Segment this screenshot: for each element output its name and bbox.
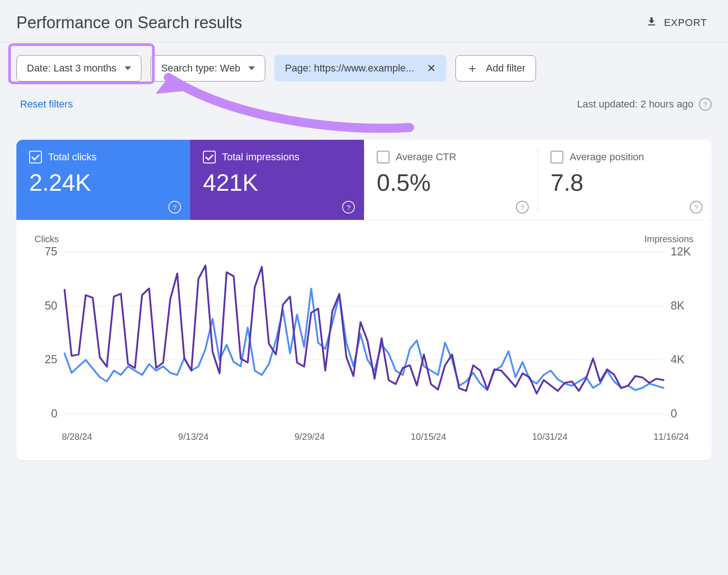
x-tick: 10/31/24 <box>532 432 567 442</box>
metric-value: 0.5% <box>377 170 525 196</box>
sub-row: Reset filters Last updated: 2 hours ago … <box>0 81 728 111</box>
metric-label: Average CTR <box>396 151 456 163</box>
metric-tile-position[interactable]: Average position 7.8 ? <box>538 140 712 220</box>
add-filter-label: Add filter <box>486 62 526 74</box>
svg-text:0: 0 <box>671 407 677 420</box>
last-updated: Last updated: 2 hours ago ? <box>577 98 712 111</box>
metric-label: Total impressions <box>222 151 299 163</box>
svg-text:12K: 12K <box>671 245 691 258</box>
metric-tile-ctr[interactable]: Average CTR 0.5% ? <box>364 140 538 220</box>
page-header: Performance on Search results EXPORT <box>0 0 728 42</box>
export-button[interactable]: EXPORT <box>641 13 712 33</box>
metric-value: 7.8 <box>551 170 699 196</box>
filter-bar: Date: Last 3 months Search type: Web Pag… <box>0 42 728 81</box>
metric-value: 421K <box>203 170 351 196</box>
filter-search-type-label: Search type: Web <box>161 62 240 74</box>
metric-tile-impressions[interactable]: Total impressions 421K ? <box>190 140 364 220</box>
checkbox-icon <box>203 151 216 163</box>
svg-text:75: 75 <box>45 245 57 258</box>
performance-card: Total clicks 2.24K ? Total impressions 4… <box>16 140 712 460</box>
plus-icon: ＋ <box>466 62 479 75</box>
svg-text:25: 25 <box>45 353 57 366</box>
last-updated-label: Last updated: 2 hours ago <box>577 98 693 110</box>
page-title: Performance on Search results <box>16 13 242 32</box>
x-tick: 8/28/24 <box>62 432 92 442</box>
filter-date[interactable]: Date: Last 3 months <box>16 55 142 81</box>
x-tick: 11/16/24 <box>653 432 689 442</box>
checkbox-icon <box>29 151 42 163</box>
axis-title-left: Clicks <box>35 234 59 244</box>
chart-area: Clicks Impressions 025507504K8K12K 8/28/… <box>16 220 712 460</box>
metric-label: Total clicks <box>48 151 96 163</box>
chevron-down-icon <box>248 62 255 74</box>
metric-value: 2.24K <box>29 170 177 196</box>
close-icon[interactable]: ✕ <box>427 63 436 74</box>
help-icon[interactable]: ? <box>690 201 703 214</box>
filter-page[interactable]: Page: https://www.example... ✕ <box>274 55 446 81</box>
x-tick: 10/15/24 <box>411 432 446 442</box>
checkbox-icon <box>377 151 389 163</box>
help-icon[interactable]: ? <box>516 201 529 214</box>
metric-label: Average position <box>570 151 644 163</box>
metric-tiles: Total clicks 2.24K ? Total impressions 4… <box>16 140 712 220</box>
x-tick: 9/13/24 <box>178 432 209 442</box>
svg-text:8K: 8K <box>671 299 685 312</box>
checkbox-icon <box>551 151 563 163</box>
chevron-down-icon <box>125 62 131 74</box>
reset-filters-link[interactable]: Reset filters <box>20 98 73 110</box>
metric-tile-clicks[interactable]: Total clicks 2.24K ? <box>16 140 190 220</box>
help-icon[interactable]: ? <box>342 201 355 214</box>
help-icon[interactable]: ? <box>699 98 712 111</box>
axis-title-right: Impressions <box>644 234 693 244</box>
performance-chart[interactable]: 025507504K8K12K <box>35 234 693 432</box>
filter-search-type[interactable]: Search type: Web <box>151 55 265 81</box>
filter-page-label: Page: https://www.example... <box>285 62 414 74</box>
svg-text:0: 0 <box>51 407 57 420</box>
filter-date-label: Date: Last 3 months <box>27 62 116 74</box>
add-filter-button[interactable]: ＋ Add filter <box>455 55 536 81</box>
help-icon[interactable]: ? <box>168 201 181 214</box>
svg-text:50: 50 <box>45 299 57 312</box>
x-axis-labels: 8/28/249/13/249/29/2410/15/2410/31/2411/… <box>35 432 693 442</box>
download-icon <box>646 15 657 30</box>
svg-text:4K: 4K <box>671 353 685 366</box>
export-label: EXPORT <box>664 17 707 29</box>
x-tick: 9/29/24 <box>294 432 325 442</box>
